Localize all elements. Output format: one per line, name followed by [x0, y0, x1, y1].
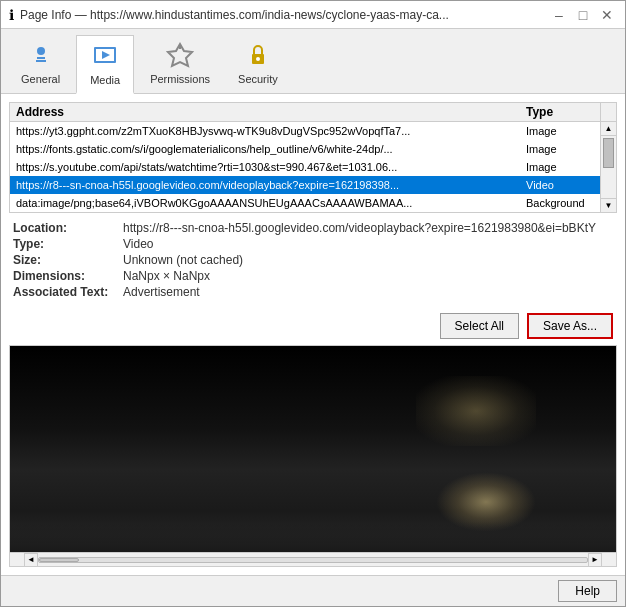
associated-text-value: Advertisement	[123, 285, 613, 299]
tab-permissions[interactable]: Permissions	[138, 35, 222, 93]
type-label: Type:	[13, 237, 123, 251]
security-icon	[242, 39, 274, 71]
tab-security[interactable]: Security	[226, 35, 290, 93]
table-header: Address Type	[10, 103, 616, 122]
size-value: Unknown (not cached)	[123, 253, 613, 267]
row-address: data:image/png;base64,iVBORw0KGgoAAAANSU…	[10, 196, 520, 210]
row-address: https://r8---sn-cnoa-h55l.googlevideo.co…	[10, 178, 520, 192]
detail-size-row: Size: Unknown (not cached)	[13, 253, 613, 267]
details-section: Location: https://r8---sn-cnoa-h55l.goog…	[9, 213, 617, 309]
location-value: https://r8---sn-cnoa-h55l.googlevideo.co…	[123, 221, 613, 235]
table-row[interactable]: https://s.youtube.com/api/stats/watchtim…	[10, 158, 600, 176]
action-bar: Select All Save As...	[9, 309, 617, 345]
h-scroll-track[interactable]	[38, 557, 588, 563]
title-controls: – □ ✕	[549, 5, 617, 25]
tab-bar: General Media Permissions	[1, 29, 625, 94]
row-type: Image	[520, 124, 600, 138]
main-window: ℹ Page Info — https://www.hindustantimes…	[0, 0, 626, 607]
svg-point-9	[256, 57, 260, 61]
tab-general[interactable]: General	[9, 35, 72, 93]
select-all-button[interactable]: Select All	[440, 313, 519, 339]
scroll-track[interactable]	[601, 136, 616, 198]
row-address: https://s.youtube.com/api/stats/watchtim…	[10, 160, 520, 174]
type-value: Video	[123, 237, 613, 251]
minimize-button[interactable]: –	[549, 5, 569, 25]
svg-rect-1	[37, 57, 45, 59]
row-type: Video	[520, 178, 600, 192]
detail-associated-text-row: Associated Text: Advertisement	[13, 285, 613, 299]
detail-location-row: Location: https://r8---sn-cnoa-h55l.goog…	[13, 221, 613, 235]
location-label: Location:	[13, 221, 123, 235]
tab-media-label: Media	[90, 74, 120, 86]
window-title: Page Info — https://www.hindustantimes.c…	[20, 8, 449, 22]
header-scroll-placeholder	[600, 103, 616, 121]
table-row[interactable]: https://yt3.ggpht.com/z2mTXuoK8HBJysvwq-…	[10, 122, 600, 140]
preview-highlight	[416, 376, 536, 446]
detail-dimensions-row: Dimensions: NaNpx × NaNpx	[13, 269, 613, 283]
table-vertical-scrollbar[interactable]: ▲ ▼	[600, 122, 616, 212]
preview-gradient	[10, 522, 616, 552]
window-icon: ℹ	[9, 7, 14, 23]
tab-security-label: Security	[238, 73, 278, 85]
scroll-left-arrow[interactable]: ◄	[24, 553, 38, 567]
preview-section: ◄ ►	[9, 345, 617, 567]
size-label: Size:	[13, 253, 123, 267]
bottom-bar: Help	[1, 575, 625, 606]
table-row-selected[interactable]: https://r8---sn-cnoa-h55l.googlevideo.co…	[10, 176, 600, 194]
help-button[interactable]: Help	[558, 580, 617, 602]
row-type: Image	[520, 160, 600, 174]
tab-media[interactable]: Media	[76, 35, 134, 94]
detail-type-row: Type: Video	[13, 237, 613, 251]
tab-permissions-label: Permissions	[150, 73, 210, 85]
table-body: https://yt3.ggpht.com/z2mTXuoK8HBJysvwq-…	[10, 122, 616, 212]
title-bar: ℹ Page Info — https://www.hindustantimes…	[1, 1, 625, 29]
main-content: Address Type https://yt3.ggpht.com/z2mTX…	[1, 94, 625, 575]
scroll-thumb[interactable]	[603, 138, 614, 168]
col-header-type: Type	[520, 103, 600, 121]
row-address: https://fonts.gstatic.com/s/i/googlemate…	[10, 142, 520, 156]
maximize-button[interactable]: □	[573, 5, 593, 25]
table-row[interactable]: https://fonts.gstatic.com/s/i/googlemate…	[10, 140, 600, 158]
row-type: Background	[520, 196, 600, 210]
row-type: Image	[520, 142, 600, 156]
associated-text-label: Associated Text:	[13, 285, 123, 299]
svg-rect-2	[36, 60, 46, 62]
close-button[interactable]: ✕	[597, 5, 617, 25]
svg-point-0	[37, 47, 45, 55]
general-icon	[25, 39, 57, 71]
dimensions-label: Dimensions:	[13, 269, 123, 283]
media-table: Address Type https://yt3.ggpht.com/z2mTX…	[9, 102, 617, 213]
table-row[interactable]: data:image/png;base64,iVBORw0KGgoAAAANSU…	[10, 194, 600, 212]
scroll-right-arrow[interactable]: ►	[588, 553, 602, 567]
permissions-icon	[164, 39, 196, 71]
h-scroll-thumb[interactable]	[39, 558, 79, 562]
row-address: https://yt3.ggpht.com/z2mTXuoK8HBJysvwq-…	[10, 124, 520, 138]
horizontal-scrollbar[interactable]: ◄ ►	[10, 552, 616, 566]
scroll-down-arrow[interactable]: ▼	[601, 198, 616, 212]
scroll-up-arrow[interactable]: ▲	[601, 122, 616, 136]
media-icon	[89, 40, 121, 72]
dimensions-value: NaNpx × NaNpx	[123, 269, 613, 283]
title-bar-left: ℹ Page Info — https://www.hindustantimes…	[9, 7, 449, 23]
preview-image	[10, 346, 616, 552]
table-rows: https://yt3.ggpht.com/z2mTXuoK8HBJysvwq-…	[10, 122, 600, 212]
col-header-address: Address	[10, 103, 520, 121]
save-as-button[interactable]: Save As...	[527, 313, 613, 339]
tab-general-label: General	[21, 73, 60, 85]
